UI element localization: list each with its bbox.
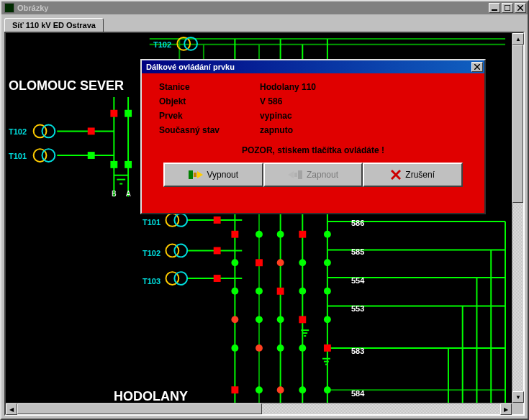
svg-rect-1 bbox=[505, 5, 510, 11]
row-prvek: Prvek vypinac bbox=[159, 111, 467, 121]
svg-rect-93 bbox=[189, 170, 193, 179]
value-stanice: Hodolany 110 bbox=[260, 82, 316, 92]
svg-point-89 bbox=[299, 386, 306, 393]
svg-rect-54 bbox=[214, 275, 221, 282]
trafo-t101: T101 bbox=[9, 152, 27, 160]
svg-point-68 bbox=[299, 288, 306, 295]
svg-rect-52 bbox=[214, 216, 221, 224]
scroll-right-button[interactable]: ▶ bbox=[500, 403, 512, 415]
cancel-icon bbox=[391, 170, 401, 180]
svg-point-90 bbox=[324, 386, 331, 393]
svg-rect-61 bbox=[256, 259, 263, 266]
remote-control-dialog: Dálkové ovládání prvku Stanice Hodolany … bbox=[140, 59, 486, 214]
maximize-icon bbox=[505, 5, 510, 11]
dialog-button-row: Vypnout Zapnout Zrušení bbox=[159, 163, 467, 187]
value-prvek: vypinac bbox=[260, 111, 292, 121]
svg-rect-97 bbox=[294, 173, 297, 177]
svg-point-48 bbox=[174, 272, 187, 285]
button-vypnout[interactable]: Vypnout bbox=[163, 163, 263, 187]
button-vypnout-label: Vypnout bbox=[207, 170, 239, 180]
svg-point-88 bbox=[277, 386, 284, 393]
svg-point-71 bbox=[256, 316, 263, 323]
switch-on-icon bbox=[288, 169, 302, 181]
svg-rect-53 bbox=[214, 247, 221, 255]
feeder-554: 554 bbox=[351, 276, 364, 285]
dialog-titlebar[interactable]: Dálkové ovládání prvku bbox=[142, 60, 484, 73]
switch-off-icon bbox=[189, 169, 203, 181]
dialog-close-button[interactable] bbox=[471, 62, 483, 72]
svg-rect-73 bbox=[299, 316, 306, 323]
close-button[interactable] bbox=[515, 3, 526, 13]
svg-point-63 bbox=[299, 259, 306, 266]
button-zruseni-label: Zrušení bbox=[405, 170, 435, 180]
station-label-hodolany: HODOLANY bbox=[114, 389, 188, 403]
svg-point-70 bbox=[231, 316, 238, 323]
close-icon bbox=[517, 5, 523, 11]
label-prvek: Prvek bbox=[159, 111, 260, 121]
trafo-t102: T102 bbox=[9, 127, 27, 136]
button-zruseni[interactable]: Zrušení bbox=[363, 163, 463, 187]
dialog-warning: POZOR, stiskem tlačítka ovládáte ! bbox=[159, 145, 467, 155]
minimize-button[interactable] bbox=[489, 3, 500, 13]
svg-point-78 bbox=[299, 344, 306, 352]
maximize-button[interactable] bbox=[502, 3, 513, 13]
value-objekt: V 586 bbox=[260, 96, 282, 106]
scroll-left-button[interactable]: ◀ bbox=[6, 403, 17, 415]
app-icon bbox=[4, 3, 14, 13]
svg-rect-58 bbox=[299, 231, 306, 238]
svg-rect-55 bbox=[231, 231, 238, 238]
vscroll-thumb[interactable] bbox=[512, 45, 523, 203]
svg-rect-33 bbox=[88, 152, 95, 159]
svg-point-39 bbox=[42, 149, 55, 162]
value-stav: zapnuto bbox=[260, 125, 293, 135]
svg-point-44 bbox=[174, 214, 187, 227]
bus-label-b: B bbox=[112, 190, 117, 198]
main-titlebar[interactable]: Obrázky bbox=[1, 1, 528, 14]
vertical-scrollbar[interactable]: ▲ ▼ bbox=[512, 33, 523, 403]
svg-rect-79 bbox=[324, 344, 331, 352]
svg-marker-98 bbox=[288, 171, 294, 178]
scroll-corner bbox=[512, 403, 523, 414]
svg-point-75 bbox=[231, 344, 238, 352]
svg-rect-86 bbox=[231, 386, 238, 393]
scroll-up-button[interactable]: ▲ bbox=[512, 33, 524, 45]
close-icon bbox=[474, 64, 480, 70]
trafo-t103: T103 bbox=[143, 277, 160, 286]
scroll-down-button[interactable]: ▼ bbox=[512, 391, 524, 403]
button-zapnout-label: Zapnout bbox=[307, 170, 338, 180]
minimize-icon bbox=[492, 5, 497, 11]
dialog-title: Dálkové ovládání prvku bbox=[146, 63, 235, 71]
dialog-body: Stanice Hodolany 110 Objekt V 586 Prvek … bbox=[142, 73, 484, 193]
row-stav: Současný stav zapnuto bbox=[159, 125, 467, 135]
label-stav: Současný stav bbox=[159, 125, 260, 135]
button-zapnout: Zapnout bbox=[263, 163, 363, 187]
feeder-583: 583 bbox=[351, 347, 364, 355]
svg-point-72 bbox=[277, 316, 284, 323]
tab-strip: Síť 110 kV ED Ostrava bbox=[4, 17, 104, 32]
row-stanice: Stanice Hodolany 110 bbox=[159, 82, 467, 92]
svg-point-64 bbox=[324, 259, 331, 266]
station-label-olomouc: OLOMOUC SEVER bbox=[9, 78, 124, 93]
svg-point-46 bbox=[174, 245, 187, 257]
svg-point-37 bbox=[42, 125, 55, 138]
label-objekt: Objekt bbox=[159, 96, 260, 106]
svg-point-57 bbox=[277, 231, 284, 238]
svg-point-56 bbox=[256, 231, 263, 238]
feeder-586: 586 bbox=[351, 219, 364, 227]
row-objekt: Objekt V 586 bbox=[159, 96, 467, 106]
svg-rect-32 bbox=[88, 127, 95, 134]
feeder-585: 585 bbox=[351, 247, 364, 256]
svg-point-59 bbox=[324, 231, 331, 238]
hscroll-thumb[interactable] bbox=[17, 403, 262, 414]
svg-rect-94 bbox=[194, 173, 196, 177]
svg-marker-95 bbox=[197, 171, 203, 178]
horizontal-scrollbar[interactable]: ◀ ▶ bbox=[6, 403, 512, 414]
tab-network[interactable]: Síť 110 kV ED Ostrava bbox=[4, 18, 104, 32]
label-stanice: Stanice bbox=[159, 82, 260, 92]
window-title: Obrázky bbox=[17, 4, 48, 12]
trafo-t102b: T102 bbox=[143, 249, 160, 257]
svg-point-69 bbox=[324, 288, 331, 295]
svg-point-74 bbox=[324, 316, 331, 323]
svg-rect-96 bbox=[298, 170, 302, 179]
trafo-t102-top: T102 bbox=[153, 40, 171, 49]
